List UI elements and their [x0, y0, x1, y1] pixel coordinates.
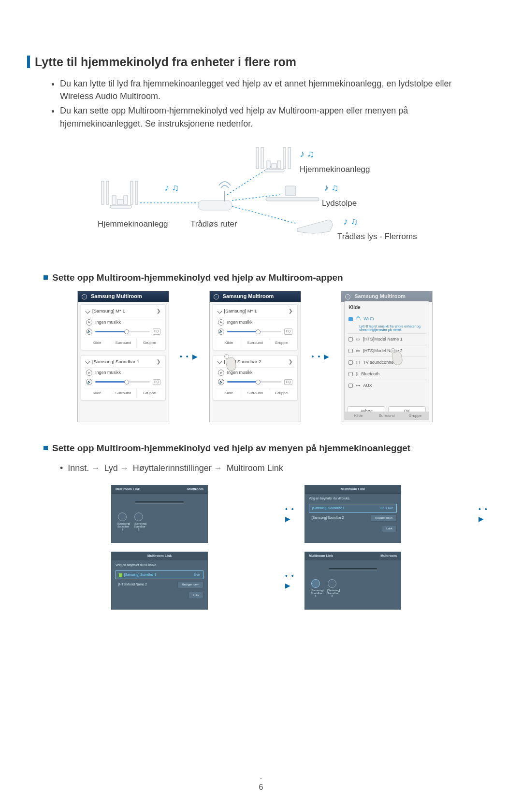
- phone2-device2-name: [Sa g] Soundbar 2: [224, 358, 261, 365]
- wifi-icon: [356, 316, 361, 321]
- svg-rect-21: [265, 170, 284, 172]
- tv4-icon1-label: [Samsung] Soundbar 1: [311, 589, 320, 598]
- aux-icon: ⊶: [356, 383, 360, 389]
- diagram-label-hts-left: Hjemmekinoanlegg: [98, 218, 168, 230]
- bullet-dot: •: [60, 463, 63, 473]
- svg-rect-8: [130, 181, 133, 204]
- tv3-row1-name: [Samsung] Soundbar 1: [124, 572, 157, 577]
- tab-gruppe: Gruppe: [401, 412, 430, 420]
- popup-source-2: [HTS]Model Name 2: [363, 348, 403, 354]
- svg-rect-16: [283, 147, 286, 169]
- phone2-device-card-2: [Sa g] Soundbar 2❯ Ingen musikk 🔊EQ Kild…: [213, 355, 298, 400]
- tv2-rename-button: Rediger navn: [371, 514, 397, 522]
- svg-rect-11: [124, 196, 128, 204]
- tab-surround: Surround: [110, 388, 136, 398]
- radio-icon: [348, 337, 353, 342]
- svg-rect-10: [112, 196, 116, 204]
- phone1-device1-name: [Samsung] M* 1: [92, 308, 125, 314]
- phone1-header: Samsung Multiroom: [78, 291, 169, 302]
- tv3-row2-name: [HTS]Model Name 2: [118, 582, 147, 586]
- subheading-app-text: Sette opp Multiroom-hjemmekinolyd ved hj…: [52, 271, 343, 285]
- tv2-row1-name: [Samsung] Soundbar 1: [312, 506, 345, 510]
- path-step-3: Høyttalerinnstillinger: [133, 463, 212, 473]
- svg-rect-4: [198, 200, 232, 210]
- popup-wifi-sub: Lytt til lagret musikk fra andre enheter…: [348, 325, 426, 333]
- step-arrow-icon: • • ▶: [312, 352, 331, 361]
- chevron-right-icon: ❯: [289, 358, 292, 365]
- phone-screenshot-3: Samsung Multiroom Kilde Wi-Fi Lytt til l…: [341, 291, 433, 422]
- svg-rect-15: [261, 147, 263, 169]
- phone1-app-title: Samsung Multiroom: [91, 293, 142, 300]
- heading-bar-accent: [27, 56, 30, 68]
- tv-icon: ▢: [356, 359, 360, 366]
- eq-badge: EQ: [153, 328, 160, 334]
- tab-gruppe: Gruppe: [137, 338, 162, 348]
- tv1-icon2-label: [Samsung] Soundbar 2: [134, 522, 144, 531]
- phone1-device1-track: Ingen musikk: [95, 319, 121, 326]
- tv3-subtitle: Velg en høyttaler du vil bruke.: [112, 560, 207, 569]
- svg-line-1: [227, 167, 271, 195]
- tab-surround: Surround: [242, 338, 268, 348]
- tv3-row1-status: Bruk: [194, 572, 200, 577]
- speaker-icon: [134, 513, 143, 521]
- volume-slider: [227, 331, 282, 332]
- volume-slider: [95, 331, 150, 332]
- gear-icon: [82, 294, 87, 299]
- volume-icon: 🔊: [86, 328, 92, 335]
- phone3-header: Samsung Multiroom: [341, 291, 432, 302]
- svg-rect-17: [288, 147, 290, 169]
- menu-path: • Innst.→ Lyd→ Høyttalerinnstillinger→ M…: [29, 462, 493, 474]
- phone1-device2-name: [Samsung] Soundbar 1: [92, 358, 139, 365]
- step-arrow-icon: • • ▶: [285, 504, 300, 524]
- popup-title: Kilde: [348, 303, 426, 313]
- tv3-title: Multiroom Link: [147, 554, 172, 558]
- svg-text:♪ ♫: ♪ ♫: [324, 182, 339, 193]
- diagram-label-hts-right: Hjemmekinoanlegg: [300, 164, 370, 176]
- svg-text:♪ ♫: ♪ ♫: [300, 148, 315, 159]
- gear-icon: [214, 294, 219, 299]
- popup-source-1: [HTS]Model Name 1: [363, 336, 403, 342]
- chevron-right-icon: ❯: [157, 308, 160, 314]
- tv3-close-button: Lukk: [188, 592, 203, 599]
- svg-rect-23: [266, 198, 319, 201]
- eq-badge: EQ: [284, 328, 292, 334]
- play-icon: [218, 319, 224, 326]
- bullet-1: Du kan lytte til lyd fra hjemmekinoanleg…: [60, 77, 493, 102]
- bluetooth-icon: ᛒ: [356, 371, 358, 377]
- tv2-subtitle: Velg en høyttaler du vil bruke.: [305, 494, 401, 502]
- phone3-app-title: Samsung Multiroom: [354, 293, 406, 300]
- tab-surround: Surround: [110, 338, 136, 348]
- section-heading: Lytte til hjemmekinolyd fra enheter i fl…: [27, 53, 493, 71]
- tv2-close-button: Lukk: [382, 525, 397, 532]
- tv2-title: Multiroom Link: [341, 487, 365, 492]
- volume-slider: [227, 381, 282, 383]
- speaker-icon: [118, 513, 127, 521]
- bullet-2: Du kan sette opp Multiroom-hjemmekinolyd…: [60, 104, 493, 129]
- tab-kilde: Kilde: [216, 338, 242, 348]
- network-diagram: ♪ ♫ ♪ ♫ ♪ ♫ ♪ ♫ Hjemmekinoanlegg Trådløs…: [63, 142, 493, 254]
- path-step-2: Lyd: [104, 463, 117, 473]
- play-icon: [86, 319, 92, 326]
- volume-icon: 🔊: [218, 328, 224, 335]
- tv3-rename-button: Rediger navn: [177, 581, 203, 588]
- edit-icon: [217, 359, 222, 364]
- tv4-icon2-label: [Samsung] Soundbar 2: [327, 589, 337, 598]
- radio-icon: [348, 360, 353, 365]
- radio-icon: [348, 372, 353, 376]
- svg-rect-20: [272, 164, 276, 169]
- phone2-app-title: Samsung Multiroom: [223, 293, 274, 300]
- phone2-device-card-1: [Samsung] M* 1❯ Ingen musikk 🔊EQ KildeSu…: [213, 304, 298, 350]
- tv1-title-left: Multiroom Link: [116, 487, 140, 492]
- speaker-icon-active: [311, 579, 320, 588]
- device-icon: ▭: [356, 336, 360, 342]
- tv1-icon1-label: [Samsung] Soundbar 1: [117, 522, 127, 531]
- tv-panel-1: Multiroom LinkMultiroom [Samsung] Soundb…: [111, 485, 208, 543]
- device-icon: ▭: [356, 348, 360, 354]
- phone2-header: Samsung Multiroom: [210, 291, 301, 302]
- tv2-row1-status: Bruk ikke: [380, 506, 393, 510]
- subheading-square-icon: [44, 446, 48, 450]
- svg-text:♪ ♫: ♪ ♫: [343, 216, 358, 227]
- phone1-device-card-1: [Samsung] M* 1❯ Ingen musikk 🔊EQ KildeSu…: [81, 304, 166, 350]
- popup-wifi-label: Wi-Fi: [363, 316, 374, 322]
- popup-source-3: TV soundconnect: [363, 359, 397, 366]
